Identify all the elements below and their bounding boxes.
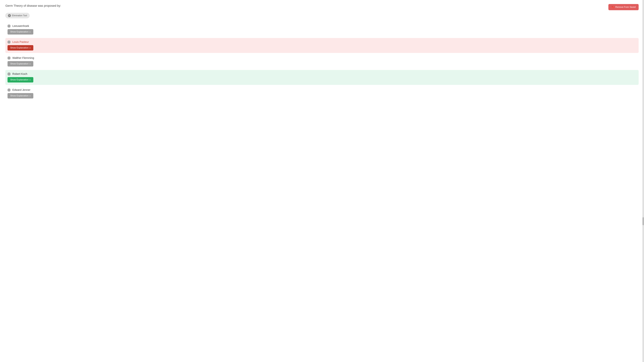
- option-robert-koch-radio[interactable]: [8, 72, 10, 75]
- show-explanation-edward-jenner-button[interactable]: Show Explanation ∨: [8, 93, 33, 98]
- option-robert-koch-label-row: Robert Koch: [8, 72, 636, 75]
- show-explanation-robert-koch-button[interactable]: Show Explanation ∨: [8, 77, 33, 82]
- option-leeuwenhoek-radio[interactable]: [8, 24, 10, 27]
- bookmark-icon: 🔖: [611, 6, 614, 8]
- option-louis-pasteur: Louis Pasteur Show Explanation ∨: [6, 38, 638, 53]
- scrollbar-area[interactable]: [642, 0, 644, 362]
- page-container: Germ Theory of disease was proposed by: …: [0, 0, 644, 362]
- chevron-down-icon: ∨: [29, 47, 31, 49]
- chevron-down-icon: ∨: [29, 95, 31, 97]
- chevron-down-icon: ∨: [29, 63, 31, 65]
- show-explanation-walther-flemming-label: Show Explanation: [10, 62, 28, 65]
- show-explanation-leeuwenhoek-label: Show Explanation: [10, 30, 28, 33]
- show-explanation-louis-pasteur-button[interactable]: Show Explanation ∨: [8, 45, 33, 50]
- elimination-icon: ✕: [8, 14, 11, 17]
- options-list: Leeuwenhoek Show Explanation ∨ Louis Pas…: [6, 22, 638, 102]
- scrollbar-thumb[interactable]: [642, 217, 644, 225]
- option-edward-jenner-radio[interactable]: [8, 88, 10, 91]
- question-text: Germ Theory of disease was proposed by:: [6, 4, 608, 7]
- radio-inner: [8, 89, 10, 91]
- option-robert-koch: Robert Koch Show Explanation ∨: [6, 70, 638, 85]
- radio-inner: [8, 41, 10, 43]
- remove-btn-label: Remove From Saved: [615, 6, 636, 8]
- show-explanation-leeuwenhoek-button[interactable]: Show Explanation ∨: [8, 29, 33, 34]
- option-walther-flemming-label-row: Walther Flemming: [8, 56, 636, 59]
- option-walther-flemming-text: Walther Flemming: [12, 56, 34, 59]
- option-leeuwenhoek-label-row: Leeuwenhoek: [8, 24, 636, 27]
- header-row: Germ Theory of disease was proposed by: …: [6, 4, 638, 10]
- option-walther-flemming-radio[interactable]: [8, 56, 10, 59]
- show-explanation-robert-koch-label: Show Explanation: [10, 78, 28, 81]
- option-louis-pasteur-text: Louis Pasteur: [12, 40, 29, 43]
- option-edward-jenner: Edward Jenner Show Explanation ∨: [6, 86, 638, 101]
- option-leeuwenhoek: Leeuwenhoek Show Explanation ∨: [6, 22, 638, 37]
- option-louis-pasteur-radio[interactable]: [8, 40, 10, 43]
- option-robert-koch-text: Robert Koch: [12, 72, 27, 75]
- radio-inner: [8, 73, 10, 75]
- chevron-down-icon: ∨: [29, 31, 31, 33]
- option-louis-pasteur-label-row: Louis Pasteur: [8, 40, 636, 43]
- remove-from-saved-button[interactable]: 🔖 Remove From Saved: [608, 4, 638, 10]
- radio-inner: [8, 57, 10, 59]
- option-edward-jenner-label-row: Edward Jenner: [8, 88, 636, 91]
- show-explanation-walther-flemming-button[interactable]: Show Explanation ∨: [8, 61, 33, 66]
- show-explanation-louis-pasteur-label: Show Explanation: [10, 46, 28, 49]
- show-explanation-edward-jenner-label: Show Explanation: [10, 94, 28, 97]
- radio-inner: [8, 25, 10, 27]
- option-walther-flemming: Walther Flemming Show Explanation ∨: [6, 54, 638, 69]
- elimination-tool-button[interactable]: ✕ Elimination Tool: [6, 13, 30, 18]
- option-edward-jenner-text: Edward Jenner: [12, 88, 30, 91]
- chevron-down-icon: ∨: [29, 79, 31, 81]
- option-leeuwenhoek-text: Leeuwenhoek: [12, 24, 29, 27]
- elimination-tool-label: Elimination Tool: [12, 14, 27, 17]
